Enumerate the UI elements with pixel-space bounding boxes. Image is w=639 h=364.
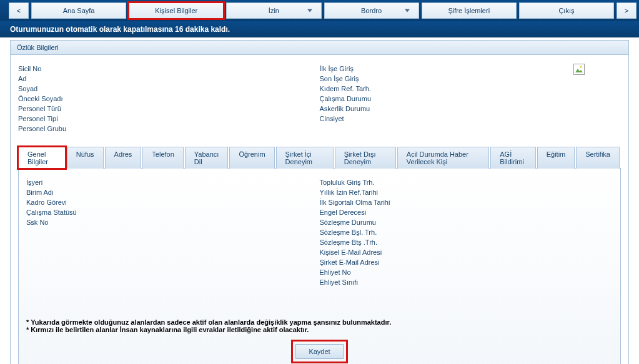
tab-genel-bilgiler[interactable]: Genel Bilgiler — [18, 147, 66, 169]
nav-item-çıkış[interactable]: Çıkış — [519, 2, 614, 19]
general-left-label-4: Ssk No — [26, 217, 320, 227]
top-nav: < Ana SayfaKişisel BilgilerİzinBordroŞif… — [0, 0, 639, 21]
tab-eğitim[interactable]: Eğitim — [537, 147, 575, 169]
general-right-label-6: Sözleşme Btş .Trh. — [320, 237, 613, 247]
tab-yabancı-dil[interactable]: Yabancı Dil — [185, 147, 229, 169]
chevron-down-icon — [405, 9, 410, 12]
info-left-label-5: Personel Tipi — [18, 114, 320, 124]
tab-nüfus[interactable]: Nüfus — [67, 147, 104, 169]
general-right-label-9: Ehliyet No — [320, 267, 613, 277]
chevron-down-icon — [307, 9, 312, 12]
general-left-label-0: İşyeri — [26, 177, 320, 187]
general-right-label-5: Sözleşme Bşl. Trh. — [320, 227, 613, 237]
general-right-label-7: Kişisel E-Mail Adresi — [320, 247, 613, 257]
general-right-label-4: Sözleşme Durumu — [320, 217, 613, 227]
svg-marker-1 — [575, 69, 583, 72]
nav-item-bordro[interactable]: Bordro — [324, 2, 419, 19]
info-right-label-3: Çalışma Durumu — [320, 94, 622, 104]
info-right-label-4: Askerlik Durumu — [320, 104, 622, 114]
note-line-2: * Kırmızı ile belirtilen alanlar İnsan k… — [26, 326, 613, 333]
general-left-label-2: Kadro Görevi — [26, 197, 320, 207]
session-timeout-message: Oturumunuzun otomatik olarak kapatılması… — [0, 21, 639, 37]
nav-item-ana-sayfa[interactable]: Ana Sayfa — [31, 2, 126, 19]
info-right-label-2: Kıdem Ref. Tarh. — [320, 84, 622, 94]
tab-telefon[interactable]: Telefon — [142, 147, 183, 169]
tab-şirket-i̇çi-deneyim[interactable]: Şirket İçi Deneyim — [276, 147, 334, 169]
personnel-panel: Özlük Bilgileri Sicil NoAdSoyadÖnceki So… — [10, 40, 629, 364]
general-right-label-10: Ehliyet Sınıfı — [320, 277, 613, 287]
info-right-label-5: Cinsiyet — [320, 114, 622, 124]
tab-sertifika[interactable]: Sertifika — [576, 147, 620, 169]
general-right-label-2: İlk Sigortalı Olma Tarihi — [320, 197, 613, 207]
save-button[interactable]: Kaydet — [295, 344, 343, 359]
nav-prev-button[interactable]: < — [9, 2, 29, 19]
tab-content: İşyeriBirim AdıKadro GöreviÇalışma Statü… — [18, 169, 621, 364]
tab-şirket-dışı-deneyim[interactable]: Şirket Dışı Deneyim — [335, 147, 396, 169]
save-button-highlight: Kaydet — [291, 340, 347, 363]
general-left-label-1: Birim Adı — [26, 187, 320, 197]
tab-acil-durumda-haber-verilecek-kişi[interactable]: Acil Durumda Haber Verilecek Kişi — [397, 147, 489, 169]
general-left-label-3: Çalışma Statüsü — [26, 207, 320, 217]
info-left-label-0: Sicil No — [18, 64, 320, 74]
svg-rect-0 — [574, 64, 585, 75]
nav-item-i̇zin[interactable]: İzin — [226, 2, 321, 19]
general-right-label-3: Engel Derecesi — [320, 207, 613, 217]
nav-item-şifre-i̇şlemleri[interactable]: Şifre İşlemleri — [422, 2, 517, 19]
info-left-label-3: Önceki Soyadı — [18, 94, 320, 104]
photo-placeholder-icon — [573, 64, 585, 76]
general-right-label-1: Yıllık İzin Ref.Tarihi — [320, 187, 613, 197]
nav-next-button[interactable]: > — [617, 2, 637, 19]
tab-adres[interactable]: Adres — [105, 147, 142, 169]
info-left-label-6: Personel Grubu — [18, 124, 320, 134]
tabs: Genel BilgilerNüfusAdresTelefonYabancı D… — [18, 146, 621, 169]
general-right-label-0: Topluluk Giriş Trh. — [320, 177, 613, 187]
info-left-label-1: Ad — [18, 74, 320, 84]
tab-öğrenim[interactable]: Öğrenim — [229, 147, 274, 169]
info-left-label-4: Personel Türü — [18, 104, 320, 114]
nav-item-kişisel-bilgiler[interactable]: Kişisel Bilgiler — [129, 2, 224, 19]
panel-title: Özlük Bilgileri — [11, 41, 628, 55]
info-left-label-2: Soyad — [18, 84, 320, 94]
svg-point-2 — [580, 66, 582, 67]
tab-agi̇-bildirimi[interactable]: AGİ Bildirimi — [490, 147, 535, 169]
note-line-1: * Yukarıda görmekte olduğunuz alanlardan… — [26, 318, 613, 326]
general-right-label-8: Şirket E-Mail Adresi — [320, 257, 613, 267]
